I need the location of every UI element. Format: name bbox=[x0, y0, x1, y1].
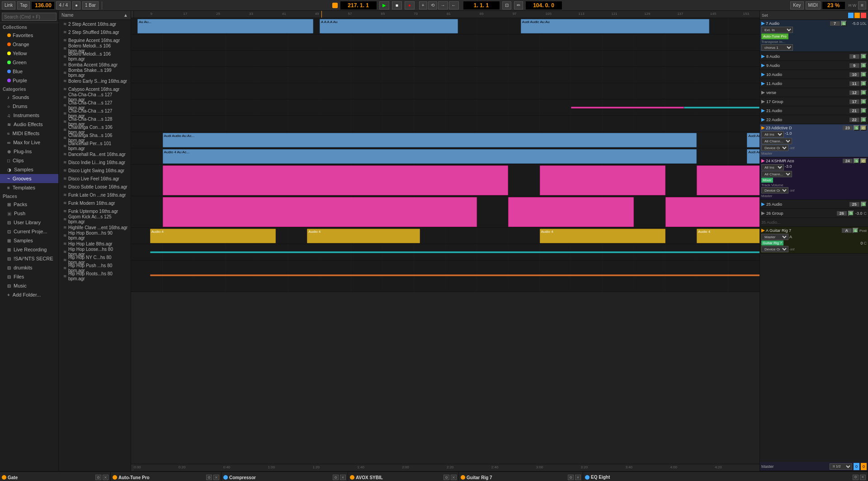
track-7-chorus[interactable]: chorus 1 bbox=[761, 44, 793, 51]
browser-item[interactable]: ≋Hip Hop Boom...hs 90 bpm.agr bbox=[59, 231, 131, 240]
clip[interactable] bbox=[163, 165, 509, 195]
punch-in-button[interactable]: → bbox=[438, 1, 448, 9]
time-sig-display[interactable]: 4 / 4 bbox=[56, 1, 70, 9]
track-guitar-solo[interactable]: S bbox=[853, 228, 859, 233]
track-8-solo[interactable]: S bbox=[861, 54, 867, 59]
sidebar-item-places-current-proje---[interactable]: ⊡Current Proje... bbox=[0, 227, 58, 236]
avox-close[interactable]: ✕ bbox=[451, 475, 457, 480]
browser-item[interactable]: ≋Disco Live Feel 16ths.agr bbox=[59, 174, 131, 183]
clip[interactable] bbox=[150, 251, 760, 253]
clip[interactable] bbox=[571, 107, 684, 108]
sidebar-item-samples[interactable]: ◑Samples bbox=[0, 165, 58, 174]
browser-item[interactable]: ≋Funk Modern 16ths.agr bbox=[59, 199, 131, 207]
play-button[interactable]: ▶ bbox=[379, 1, 389, 9]
browser-sort[interactable]: ▲ bbox=[123, 13, 128, 18]
browser-item[interactable]: ≋2 Step Shuffled 16ths.agr bbox=[59, 28, 131, 36]
browser-item[interactable]: ≋Disco Subtle Loose 16ths.agr bbox=[59, 183, 131, 191]
bars-display[interactable]: 1. 1. 1 bbox=[463, 1, 500, 9]
track-content-21[interactable]: Audi Audio Au Ac...Audi Audic Au... bbox=[131, 132, 760, 148]
clip[interactable] bbox=[665, 197, 760, 227]
tap-button[interactable]: Tap bbox=[17, 1, 30, 9]
zoom-display[interactable]: 23 % bbox=[822, 2, 845, 9]
browser-item[interactable]: ≋Funk Late On ...ne 16ths.agr bbox=[59, 191, 131, 199]
comp-power[interactable] bbox=[223, 475, 228, 480]
browser-item[interactable]: ≋Dancehall Per...s 101 bpm.agr bbox=[59, 142, 131, 150]
master-vol[interactable]: 0 bbox=[854, 463, 859, 470]
clip[interactable] bbox=[508, 197, 634, 227]
track-24-input[interactable]: All Ins bbox=[761, 164, 784, 170]
comp-settings[interactable]: ⚙ bbox=[333, 475, 339, 480]
track-content-11[interactable] bbox=[131, 83, 760, 99]
hamburger-menu[interactable]: ≡ bbox=[858, 1, 866, 9]
clip[interactable]: Audi Audic Au Au bbox=[521, 19, 709, 33]
sidebar-item-plug-ins[interactable]: ⊕Plug-Ins bbox=[0, 147, 58, 156]
track-7-transpose[interactable]: Transpose In... bbox=[761, 40, 785, 44]
track-11-solo[interactable]: S bbox=[861, 81, 867, 86]
clip[interactable]: Audio 4 bbox=[697, 229, 760, 243]
browser-item[interactable]: ≋Gqom Kick Ac...s 125 bpm.agr bbox=[59, 215, 131, 223]
eq8-power[interactable] bbox=[585, 475, 590, 480]
track-24-device-on[interactable]: Device On bbox=[761, 187, 788, 193]
track-25-solo[interactable]: S bbox=[861, 202, 867, 207]
clip[interactable]: Audi Audic Au... bbox=[747, 133, 760, 147]
track-content-17[interactable] bbox=[131, 116, 760, 132]
sidebar-item-places-samples[interactable]: ⊞Samples bbox=[0, 236, 58, 245]
set-btn3[interactable] bbox=[861, 13, 866, 18]
avox-settings[interactable]: ⚙ bbox=[443, 475, 449, 480]
sidebar-item-places--sai-nts-secre[interactable]: ⊟!SAi°NTS SECRE bbox=[0, 254, 58, 263]
sidebar-item-places-add-folder---[interactable]: +Add Folder... bbox=[0, 290, 58, 299]
track-guitar-plugin[interactable]: Guitar Rig 7 bbox=[761, 240, 783, 245]
browser-item[interactable]: ≋Bomba Shake...s 199 bpm.agr bbox=[59, 69, 131, 77]
sidebar-item-places-music[interactable]: ⊟Music bbox=[0, 281, 58, 290]
track-7-input[interactable]: Ext. In bbox=[761, 27, 793, 33]
sidebar-item-clips[interactable]: □Clips bbox=[0, 156, 58, 165]
sidebar-item-grooves[interactable]: ~Grooves bbox=[0, 174, 58, 183]
gate-close[interactable]: ✕ bbox=[103, 475, 108, 480]
track-17-solo[interactable]: S bbox=[861, 99, 867, 104]
clip[interactable] bbox=[697, 165, 760, 195]
midi-button[interactable]: MIDI bbox=[806, 1, 821, 9]
track-23-solo[interactable]: S bbox=[854, 125, 859, 131]
set-btn2[interactable] bbox=[854, 13, 860, 18]
browser-item[interactable]: ≋Bolero Melodi...s 106 bpm.agr bbox=[59, 52, 131, 61]
track-content-A[interactable] bbox=[131, 260, 760, 292]
track-23-input[interactable]: All Ins bbox=[761, 131, 784, 137]
sidebar-item-places-files[interactable]: ⊟Files bbox=[0, 272, 58, 281]
search-input[interactable] bbox=[2, 13, 57, 21]
sidebar-item-places-user-library[interactable]: ⊟User Library bbox=[0, 218, 58, 227]
clip[interactable] bbox=[684, 107, 760, 108]
sidebar-item-sounds[interactable]: ♪Sounds bbox=[0, 93, 58, 102]
track-content-9[interactable] bbox=[131, 51, 760, 66]
plugin-autotune-badge[interactable]: Auto-Tune Pro bbox=[761, 33, 788, 39]
track-23-mute[interactable]: C bbox=[860, 125, 867, 131]
clip[interactable]: Au Au... bbox=[137, 19, 313, 33]
browser-item[interactable]: ≋Dancehall Ra...ent 16ths.agr bbox=[59, 150, 131, 158]
sidebar-item-max-for-live[interactable]: ∞Max for Live bbox=[0, 138, 58, 147]
master-routing[interactable]: II 1/2 bbox=[830, 463, 852, 470]
sidebar-item-midi-effects[interactable]: ≈MIDI Effects bbox=[0, 129, 58, 138]
bpm-display[interactable]: 136.00 bbox=[32, 2, 54, 9]
stop-button[interactable]: ■ bbox=[392, 1, 402, 9]
timeline-ruler[interactable]: 9172533414957657381899710511312112913714… bbox=[134, 11, 760, 18]
clip[interactable]: Audio 4 bbox=[540, 229, 665, 243]
track-7-solo[interactable]: S bbox=[841, 21, 847, 26]
sidebar-item-places-live-recording[interactable]: ⊞Live Recording bbox=[0, 245, 58, 254]
clip[interactable] bbox=[150, 274, 760, 276]
track-content-24[interactable] bbox=[131, 196, 760, 227]
sidebar-item-drums[interactable]: ○Drums bbox=[0, 102, 58, 111]
sidebar-item-places-packs[interactable]: ⊞Packs bbox=[0, 200, 58, 209]
track-24-solo[interactable]: S bbox=[854, 158, 859, 164]
eq8-close[interactable]: ✕ bbox=[860, 475, 866, 480]
loop-select[interactable]: 1 Bar bbox=[82, 1, 99, 9]
link-button[interactable]: Link bbox=[2, 1, 15, 9]
position-display[interactable]: 217. 1. 1 bbox=[340, 1, 377, 9]
track-content-26[interactable] bbox=[131, 244, 760, 260]
browser-item[interactable]: ≋Disco Light Swing 16ths.agr bbox=[59, 166, 131, 174]
sidebar-item-orange[interactable]: Orange bbox=[0, 40, 58, 49]
track-23-routing[interactable]: All Chann... bbox=[761, 138, 792, 144]
record-button[interactable]: ● bbox=[405, 1, 415, 9]
punch-out-button[interactable]: ← bbox=[449, 1, 459, 9]
sidebar-item-purple[interactable]: Purple bbox=[0, 76, 58, 85]
follow-button[interactable]: ⊡ bbox=[502, 1, 511, 9]
track-9-solo[interactable]: S bbox=[861, 63, 867, 68]
